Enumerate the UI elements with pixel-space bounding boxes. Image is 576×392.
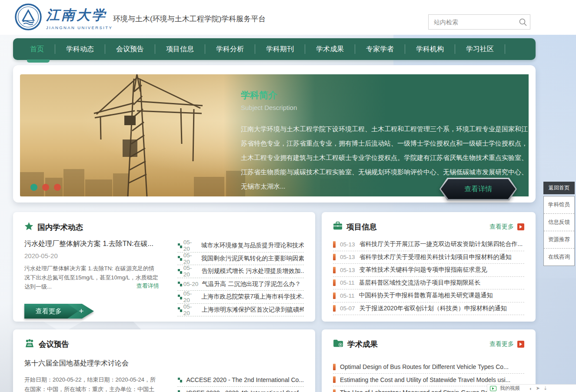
- carousel-dot-2[interactable]: [42, 184, 49, 191]
- step-arrow-icon: [177, 295, 183, 299]
- projects-more-link[interactable]: 查看更多: [489, 223, 524, 231]
- nav-item-conference[interactable]: 会议预告: [105, 44, 155, 54]
- carousel-dot-3[interactable]: [54, 184, 61, 191]
- project-item-title: 省科技厅关于开展江苏一捷克双边研发资助计划第四轮合作...: [360, 240, 523, 248]
- project-item-date: 05-13: [340, 267, 355, 273]
- list-item[interactable]: 05-20 我国剩余污泥厌氧转化的主要影响因素...: [177, 252, 304, 266]
- featured-news-date: 2020-05-20: [24, 252, 159, 259]
- nav-item-home[interactable]: 首页: [19, 44, 55, 54]
- featured-conference-title[interactable]: 第十六届全国地基处理学术讨论会: [24, 359, 159, 368]
- projects-list: 05-13 省科技厅关于开展江苏一捷克双边研发资助计划第四轮合作... 05-1…: [333, 238, 524, 315]
- site-title: 环境与土木(环境与土木工程学院)学科服务平台: [113, 14, 266, 24]
- bar-marker-icon: [333, 267, 336, 273]
- nav-separator: [505, 44, 505, 54]
- carousel-dots: [30, 184, 61, 191]
- news-item-date: 05-20: [183, 290, 198, 303]
- hex-button-face: 查看详情: [441, 179, 516, 199]
- featured-news: 污水处理厂整体解决方案 1.去除TN:在碳... 2020-05-20 污水处理…: [24, 239, 159, 319]
- magnifier-icon[interactable]: [516, 15, 530, 30]
- nav-item-subject-analysis[interactable]: 学科分析: [205, 44, 255, 54]
- nav-item-achievements[interactable]: 学术成果: [305, 44, 355, 54]
- list-item[interactable]: 05-20 上海市政总院荣获7项上海市科学技术...: [177, 291, 304, 304]
- subject-intro-subtitle: Subject Description: [241, 104, 528, 111]
- view-detail-button[interactable]: 查看详情: [439, 178, 517, 200]
- news-item-title: 告别规模式增长 污水处理提质增效加...: [202, 267, 304, 275]
- featured-news-title[interactable]: 污水处理厂整体解决方案 1.去除TN:在碳...: [24, 239, 159, 249]
- conference-item-title: ACCESE 2020 - The 2nd International Co..…: [186, 376, 304, 383]
- news-more-button[interactable]: + 查看更多: [24, 304, 94, 319]
- side-item-librarian[interactable]: 学科馆员: [544, 196, 574, 213]
- search-input[interactable]: [429, 19, 516, 26]
- list-item[interactable]: 05-13 省科学技术厅关于受理相关科技计划项目申报材料的通知: [333, 251, 524, 264]
- side-item-feedback[interactable]: 信息反馈: [544, 213, 574, 231]
- list-item[interactable]: 05-20 城市水环境修复与品质提升理论和技术...: [177, 239, 304, 252]
- list-item[interactable]: 05-13 省科技厅关于开展江苏一捷克双边研发资助计划第四轮合作...: [333, 238, 524, 251]
- extension-icon-3[interactable]: ⇣: [543, 385, 547, 391]
- nav-item-project-info[interactable]: 项目信息: [155, 44, 205, 54]
- card-title-news: 国内学术动态: [37, 222, 83, 233]
- list-item[interactable]: 05-11 中国科协关于申报科普教育基地相关研究课题通知: [333, 289, 524, 302]
- project-item-title: 变革性技术关键科学问题专项申报指南征求意见: [360, 266, 487, 274]
- achievements-card: 学术成果 查看更多 Optimal Design of Bus Routes f…: [322, 329, 536, 392]
- red-play-arrow-icon: [517, 223, 524, 230]
- bar-marker-icon: [333, 376, 336, 383]
- floating-side-panel: 返回首页 学科馆员 信息反馈 资源推荐 在线咨询: [543, 182, 575, 266]
- news-item-title: 上海市政总院荣获7项上海市科学技术...: [201, 293, 304, 301]
- extension-icon-1[interactable]: ◐: [529, 386, 533, 391]
- nav-item-subject-journal[interactable]: 学科期刊: [255, 44, 305, 54]
- video-extension-bar: 我的视频 ◐ ➤ ⇣: [487, 384, 576, 392]
- carousel-dot-1[interactable]: [30, 184, 37, 191]
- star-icon: [24, 222, 33, 233]
- extension-icon-2[interactable]: ➤: [536, 385, 540, 391]
- project-item-date: 05-11: [340, 292, 355, 299]
- nav-item-experts[interactable]: 专家学者: [355, 44, 405, 54]
- list-item[interactable]: 05-11 基层科普区域性交流活动子项目申报期限延长: [333, 277, 524, 290]
- university-logo[interactable]: 江南大学 JIANGNAN UNIVERSITY: [15, 3, 113, 32]
- achievements-more-link[interactable]: 查看更多: [489, 340, 524, 348]
- briefcase-icon: [333, 222, 343, 232]
- featured-conference-meta: 开始日期：2020-05-22，结束日期：2020-05-24，所在国家：中国，…: [24, 375, 159, 392]
- news-item-date: 05-20: [183, 239, 198, 252]
- conference-list: ACCESE 2020 - The 2nd International Co..…: [177, 374, 304, 392]
- list-item[interactable]: 05-13 变革性技术关键科学问题专项申报指南征求意见: [333, 264, 524, 277]
- bar-marker-icon: [333, 364, 336, 370]
- hero-banner: 学科简介 Subject Description 江南大学环境与土木工程学院下设…: [20, 74, 529, 196]
- project-info-card: 项目信息 查看更多 05-13 省科技厅关于开展江苏一捷克双边研发资助计划第四轮…: [322, 212, 536, 322]
- card-title-projects: 项目信息: [346, 222, 377, 232]
- news-item-date: 05-20: [183, 265, 198, 278]
- step-arrow-icon: [177, 269, 183, 274]
- site-search: [428, 14, 530, 30]
- achievement-item-title: The Use of Laboratory-Measured and Strai…: [340, 389, 509, 392]
- news-item-date: 05-20: [183, 252, 198, 265]
- hero-carousel-card: 学科简介 Subject Description 江南大学环境与土木工程学院下设…: [13, 65, 536, 203]
- nav-item-subject-news[interactable]: 学科动态: [55, 44, 105, 54]
- side-item-consult[interactable]: 在线咨询: [544, 248, 574, 266]
- list-item[interactable]: 05-07 关于报送2020年省双创计划（科技类）申报材料的通知: [333, 302, 524, 316]
- project-item-date: 05-07: [340, 305, 355, 312]
- conference-item-title: ICSEE 2020 - 2020 4th International Conf…: [186, 389, 303, 392]
- page-header: 江南大学 JIANGNAN UNIVERSITY 环境与土木(环境与土木工程学院…: [0, 0, 576, 35]
- list-item[interactable]: ICSEE 2020 - 2020 4th International Conf…: [177, 387, 304, 392]
- back-to-home-button[interactable]: 返回首页: [543, 182, 575, 194]
- card-title-achievements: 学术成果: [347, 339, 378, 349]
- list-item[interactable]: 05-20 告别规模式增长 污水处理提质增效加...: [177, 265, 304, 278]
- video-bar-label: 我的视频: [500, 385, 520, 392]
- list-item[interactable]: 05-20 上海崇明东滩保护区首次记录到硫磺鹀: [177, 304, 304, 317]
- project-item-title: 基层科普区域性交流活动子项目申报期限延长: [359, 279, 481, 287]
- bar-marker-icon: [333, 241, 336, 248]
- list-item[interactable]: Optimal Design of Bus Routes for Differe…: [333, 361, 524, 374]
- achievement-item-title: Optimal Design of Bus Routes for Differe…: [340, 363, 509, 370]
- side-item-recommend[interactable]: 资源推荐: [544, 231, 574, 248]
- red-play-arrow-icon: [517, 341, 524, 348]
- nav-item-community[interactable]: 学习社区: [455, 44, 505, 54]
- news-item-date: 05-20: [183, 303, 198, 316]
- step-arrow-icon: [177, 256, 183, 261]
- news-item-date: 05-20: [183, 281, 199, 287]
- project-item-date: 05-13: [340, 254, 355, 260]
- university-emblem-icon: [15, 3, 42, 32]
- list-item[interactable]: ACCESE 2020 - The 2nd International Co..…: [177, 374, 304, 387]
- play-icon[interactable]: [490, 386, 496, 391]
- folder-plus-icon: [333, 339, 343, 349]
- nav-item-institutions[interactable]: 学科机构: [405, 44, 455, 54]
- list-item[interactable]: 05-20 气温升高 二沉池出现了浮泥怎么办？: [177, 278, 304, 291]
